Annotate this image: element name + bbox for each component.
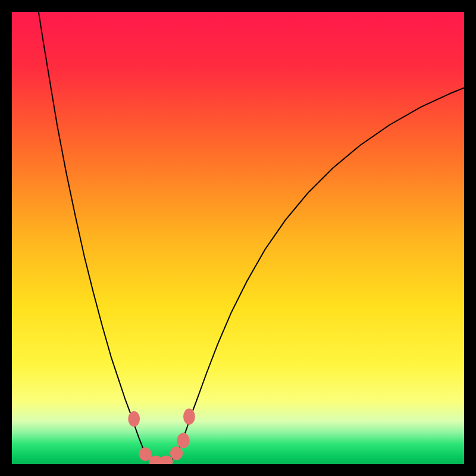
- marker-6: [183, 409, 195, 425]
- marker-5: [177, 433, 189, 449]
- chart-frame: TheBottleneck.com: [12, 12, 464, 464]
- marker-4: [170, 446, 183, 460]
- marker-0: [128, 411, 140, 427]
- chart-svg: [12, 12, 464, 464]
